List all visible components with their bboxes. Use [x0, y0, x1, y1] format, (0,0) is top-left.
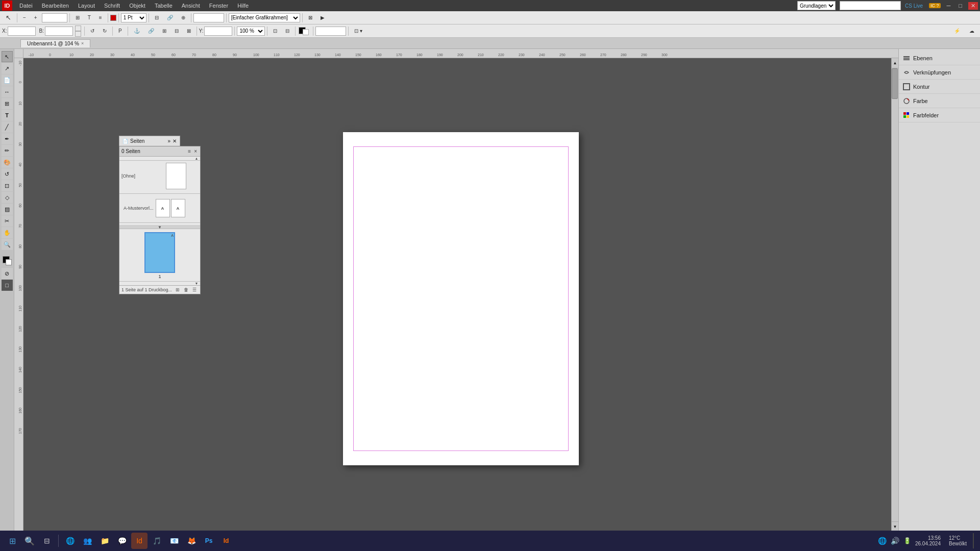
ic-badge[interactable]: IC ?: [929, 3, 941, 8]
start-button[interactable]: ⊞: [4, 533, 20, 549]
pages-scroll-down-btn[interactable]: ▼: [193, 282, 200, 286]
embed-btn[interactable]: ⊕: [178, 13, 189, 22]
preview-btn[interactable]: ▶: [317, 13, 328, 22]
menu-fenster[interactable]: Fenster: [205, 2, 232, 10]
skype-btn[interactable]: 💬: [114, 533, 130, 549]
tool-rectangle-frame[interactable]: ⊞: [2, 98, 13, 109]
menu-tabelle[interactable]: Tabelle: [151, 2, 177, 10]
view-options-btn[interactable]: ⊠: [305, 13, 316, 22]
menu-layout[interactable]: Layout: [74, 2, 99, 10]
tool-shear[interactable]: ◇: [2, 192, 13, 203]
link-btn[interactable]: 🔗: [163, 13, 177, 22]
pages-footer-options-btn[interactable]: ☰: [191, 287, 198, 293]
no-master-thumbnail[interactable]: [166, 163, 186, 189]
quick-apply-btn[interactable]: ⚡: [950, 27, 964, 35]
tool-direct-select[interactable]: ↗: [2, 63, 13, 74]
workspace-select[interactable]: Grundlagen: [797, 1, 836, 10]
frame-type-select[interactable]: [Einfacher Grafikrahmen]: [229, 13, 300, 22]
menu-schrift[interactable]: Schrift: [100, 2, 124, 10]
tool-page[interactable]: 📄: [2, 74, 13, 86]
x-decrement-btn[interactable]: [75, 31, 81, 37]
zoom-in-btn[interactable]: +: [31, 13, 41, 22]
fit-spread-btn[interactable]: ⊟: [282, 27, 293, 35]
vertical-scrollbar[interactable]: ▲ ▼: [891, 58, 898, 532]
tool-scissors[interactable]: ✂: [2, 215, 13, 227]
menu-objekt[interactable]: Objekt: [125, 2, 150, 10]
network-icon[interactable]: 🌐: [878, 537, 887, 545]
show-desktop-btn[interactable]: [973, 533, 976, 548]
pages-scroll-right-btn[interactable]: [193, 225, 200, 229]
menu-ansicht[interactable]: Ansicht: [178, 2, 204, 10]
tool-scale[interactable]: ⊡: [2, 180, 13, 191]
tool-pointer[interactable]: ↖: [2, 51, 13, 62]
x-input[interactable]: 278 mm: [8, 27, 36, 36]
search-taskbar-btn[interactable]: 🔍: [21, 533, 38, 549]
teams-btn[interactable]: 👥: [79, 533, 95, 549]
edge-btn[interactable]: 🌐: [62, 533, 78, 549]
indesign2-btn[interactable]: Id: [218, 533, 234, 549]
clock-date[interactable]: 13:56 26.04.2024: [915, 535, 941, 546]
frame-tool-btn[interactable]: ⊞: [72, 13, 83, 22]
distribute-btn[interactable]: ⊠: [183, 27, 194, 35]
b-input[interactable]: [45, 27, 73, 36]
minimize-btn[interactable]: ─: [945, 3, 953, 9]
panel-item-kontur[interactable]: Kontur: [899, 80, 980, 94]
panel-item-ebenen[interactable]: Ebenen: [899, 51, 980, 65]
rotate-right-btn[interactable]: ↻: [99, 27, 110, 35]
canvas-area[interactable]: -10 0 10 20 30 40 50 60 70 80 90 100 110…: [14, 49, 898, 539]
x-increment-btn[interactable]: [75, 26, 81, 31]
master-thumb-right[interactable]: A: [171, 199, 185, 217]
y-input[interactable]: 114 mm: [204, 27, 232, 36]
tool-gradient[interactable]: ▨: [2, 204, 13, 215]
search-input[interactable]: [840, 1, 901, 10]
zoom-pct-select[interactable]: 100 %: [237, 27, 265, 36]
align2-btn[interactable]: ⊟: [171, 27, 182, 35]
zoom-out-btn[interactable]: −: [19, 13, 30, 22]
firefox-btn[interactable]: 🦊: [183, 533, 200, 549]
menu-datei[interactable]: Datei: [15, 2, 37, 10]
tool-pencil[interactable]: ✏: [2, 145, 13, 156]
pages-panel-tab[interactable]: 📄 Seiten » ✕: [119, 136, 180, 146]
rotate-left-btn[interactable]: ↺: [87, 27, 98, 35]
new-master-btn[interactable]: ⊞: [174, 287, 181, 293]
tool-select[interactable]: ↖: [2, 12, 15, 23]
delete-page-btn[interactable]: 🗑: [182, 287, 190, 293]
tool-rotate[interactable]: ↺: [2, 168, 13, 180]
link2-btn[interactable]: 🔗: [144, 27, 158, 35]
document-tab[interactable]: Unbenannt-1 @ 104 % ×: [20, 39, 90, 47]
panel-item-verknuepfungen[interactable]: Verknüpfungen: [899, 65, 980, 80]
indesign-taskbar-btn[interactable]: Id: [131, 533, 148, 549]
tool-color-picker[interactable]: 🎨: [2, 157, 13, 168]
tool-apply-none[interactable]: ⊘: [2, 268, 13, 279]
pages-scroll-up-btn[interactable]: ▲: [193, 157, 200, 161]
outlook-btn[interactable]: 📧: [166, 533, 182, 549]
anchor-btn[interactable]: ⚓: [130, 27, 143, 35]
stroke-color-input[interactable]: [315, 27, 346, 36]
cs-live-btn[interactable]: ☁: [966, 27, 978, 35]
text-frame-btn[interactable]: T: [84, 13, 94, 22]
menu-hilfe[interactable]: Hilfe: [233, 2, 253, 10]
master-thumb-left[interactable]: A: [156, 199, 170, 217]
media-btn[interactable]: 🎵: [149, 533, 165, 549]
page-thumbnail-1[interactable]: A: [144, 232, 175, 273]
zoom-input[interactable]: 104 %: [42, 13, 67, 22]
align-left-btn[interactable]: ≡: [95, 13, 106, 22]
transform-btn[interactable]: P: [115, 27, 126, 35]
pages-panel-close-btn[interactable]: ✕: [173, 138, 177, 144]
photoshop-btn[interactable]: Ps: [201, 533, 217, 549]
volume-icon[interactable]: 🔊: [891, 537, 899, 545]
align-tools-btn[interactable]: ⊟: [151, 13, 162, 22]
tool-zoom[interactable]: 🔍: [2, 239, 13, 250]
tool-hand[interactable]: ✋: [2, 227, 13, 238]
battery-icon[interactable]: 🔋: [903, 537, 911, 544]
stroke-size-select[interactable]: 1 Pt: [121, 13, 146, 22]
pages-resize-handle[interactable]: ▼: [158, 224, 162, 229]
fit-page-btn[interactable]: ⊡: [270, 27, 281, 35]
panel-item-farbfelder[interactable]: Farbfelder: [899, 108, 980, 122]
restore-btn[interactable]: □: [957, 3, 964, 9]
stroke-color-red[interactable]: [110, 15, 116, 21]
close-btn[interactable]: ✕: [968, 2, 978, 10]
tool-line[interactable]: ╱: [2, 121, 13, 133]
tool-text[interactable]: T: [2, 110, 13, 121]
task-view-btn[interactable]: ⊟: [39, 533, 55, 549]
